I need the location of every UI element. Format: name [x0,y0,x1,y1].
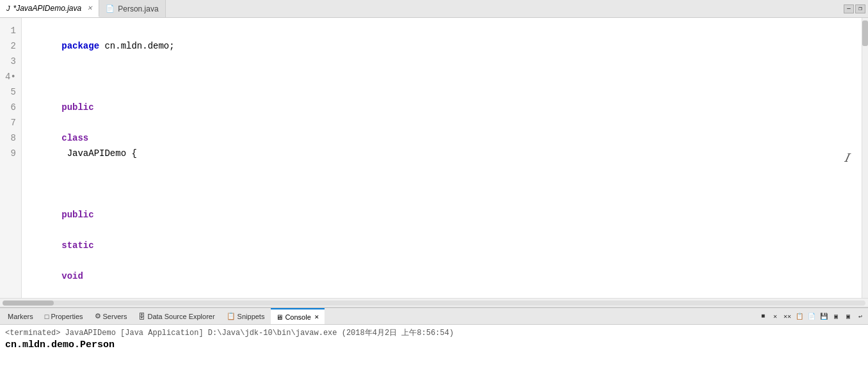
snippets-icon: 📋 [227,312,236,320]
screen1-button[interactable]: ▣ [831,311,841,322]
kw-package: package [61,41,99,51]
line-num-2: 2 [5,38,16,54]
console-tab-datasource[interactable]: 🗄 Data Source Explorer [133,308,220,324]
tab-bar: J *JavaAPIDemo.java ✕ 📄 Person.java — ❐ [0,0,868,18]
code-line-3: public class JavaAPIDemo { [29,84,854,176]
code-line-1: package cn.mldn.demo; [29,23,854,69]
sp4a [61,225,67,235]
console-label: Console [285,313,310,321]
vertical-scrollbar[interactable] [862,18,868,298]
line1-rest: cn.mldn.demo; [99,41,175,51]
console-tab-bar: Markers □ Properties ⚙ Servers 🗄 Data So… [0,308,868,325]
h-scrollbar-track[interactable] [3,300,865,306]
line-num-9: 9 [5,146,16,161]
tab-javademo[interactable]: J *JavaAPIDemo.java ✕ [0,0,99,17]
code-line-4: public static void main (String[] args )… [29,176,854,298]
kw-public-4: public [61,210,93,220]
kw-static: static [61,240,93,251]
console-tab-console[interactable]: 🖥 Console ✕ [271,308,324,324]
properties-label: Properties [51,313,83,320]
terminate-button[interactable]: ✕ [770,311,780,322]
line-numbers: 1 2 3 4• 5 6 7 8 9 [0,18,22,298]
servers-label: Servers [103,313,127,320]
tab-icon-java: J [6,4,10,12]
space-3a [61,118,67,128]
horizontal-scroll-bar[interactable] [0,298,868,307]
remove-button[interactable]: ✕✕ [782,311,792,322]
datasource-icon: 🗄 [138,313,145,320]
screen2-button[interactable]: ▣ [843,311,853,322]
editor-container: 1 2 3 4• 5 6 7 8 9 package cn.mldn.demo;… [0,18,868,298]
kw-class: class [61,133,88,143]
tab-close-javademo[interactable]: ✕ [87,4,92,12]
markers-label: Markers [8,313,33,320]
sp4b [61,256,67,266]
snippets-label: Snippets [237,313,265,320]
console-toolbar: ■ ✕ ✕✕ 📋 📄 💾 ▣ ▣ ↩ [758,311,865,322]
kw-void: void [61,271,83,281]
code-line-2 [29,69,854,84]
code-editor[interactable]: package cn.mldn.demo; public class JavaA… [22,18,862,298]
line-num-5: 5 [5,84,16,100]
tab-label-javademo: *JavaAPIDemo.java [13,4,82,13]
line-num-7: 7 [5,115,16,130]
minimize-button[interactable]: — [844,4,854,13]
line-num-6: 6 [5,100,16,115]
console-content: <terminated> JavaAPIDemo [Java Applicati… [0,325,868,390]
properties-icon: □ [45,313,49,320]
tab-icon-person: 📄 [106,4,115,13]
restore-button[interactable]: ❐ [855,4,865,13]
tab-person[interactable]: 📄 Person.java [99,0,165,17]
classname: JavaAPIDemo { [61,148,137,159]
console-tab-properties[interactable]: □ Properties [40,308,88,324]
tab-label-person: Person.java [118,4,158,13]
console-tab-servers[interactable]: ⚙ Servers [90,308,133,324]
console-output-text: cn.mldn.demo.Person [5,339,863,350]
sp4c [61,286,67,297]
line-num-3: 3 [5,54,16,69]
console-close-icon: ✕ [314,314,319,320]
stop-button[interactable]: ■ [758,311,768,322]
console-panel: Markers □ Properties ⚙ Servers 🗄 Data So… [0,307,868,390]
h-scrollbar-thumb[interactable] [3,300,54,306]
console-tab-snippets[interactable]: 📋 Snippets [221,308,270,324]
line-num-8: 8 [5,130,16,146]
line-num-1: 1 [5,23,16,38]
arrow-button[interactable]: ↩ [855,311,865,322]
indent-4 [61,194,83,205]
scrollbar-thumb-v[interactable] [862,20,868,46]
paste-button[interactable]: 📄 [807,311,817,322]
window-controls: — ❐ [844,4,868,13]
line-num-4: 4• [5,69,16,84]
console-tab-markers[interactable]: Markers [3,308,38,324]
kw-public-3: public [61,102,93,113]
datasource-label: Data Source Explorer [147,313,214,320]
save-button[interactable]: 💾 [819,311,829,322]
console-terminated-text: <terminated> JavaAPIDemo [Java Applicati… [5,327,863,338]
console-icon: 🖥 [276,313,283,321]
copy-button[interactable]: 📋 [794,311,805,322]
servers-icon: ⚙ [95,312,101,320]
